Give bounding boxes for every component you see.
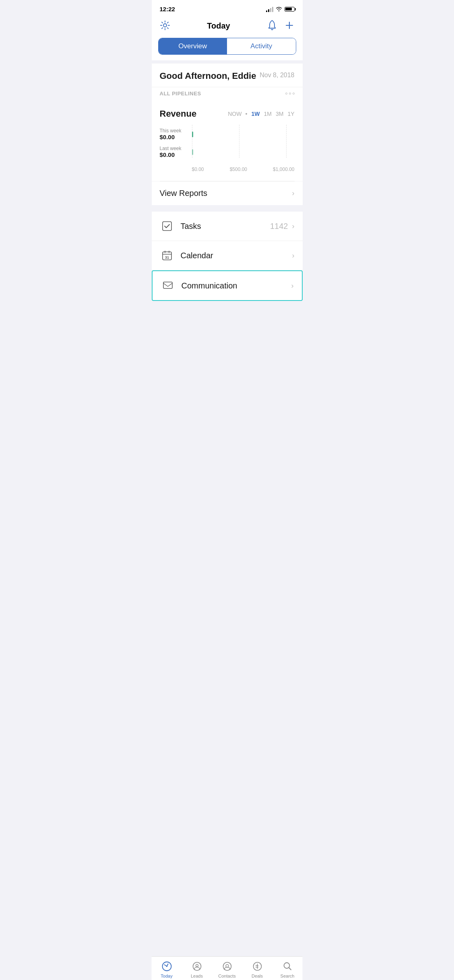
time-filters: NOW 1W 1M 3M 1Y	[228, 111, 294, 117]
greeting-text: Good Afternoon, Eddie	[160, 71, 256, 81]
header: Today	[152, 16, 303, 38]
status-icons	[266, 6, 295, 12]
pipelines-label: ALL PIPELINES	[160, 91, 201, 97]
communication-icon	[161, 278, 175, 293]
add-button[interactable]	[285, 21, 294, 31]
calendar-chevron-icon: ›	[292, 251, 295, 260]
tasks-icon	[160, 219, 174, 233]
last-week-row: Last week $0.00	[160, 146, 295, 158]
revenue-chart: This week $0.00 Last week $0.00 $0	[160, 125, 295, 181]
last-week-bar	[192, 149, 295, 155]
list-section: Tasks 1142 › 31 Calendar › Communication…	[152, 212, 303, 301]
x-label-1: $500.00	[230, 167, 247, 172]
revenue-section: Revenue NOW 1W 1M 3M 1Y This week $0.00	[152, 102, 303, 181]
filter-1w[interactable]: 1W	[251, 111, 260, 117]
pipelines-menu-icon[interactable]	[285, 93, 295, 95]
view-reports-chevron-icon: ›	[292, 189, 295, 198]
calendar-label: Calendar	[181, 251, 292, 260]
svg-rect-4	[163, 282, 172, 288]
view-toggle: Overview Activity	[152, 38, 303, 60]
header-action-icons	[267, 20, 294, 32]
pipelines-row[interactable]: ALL PIPELINES	[152, 87, 303, 102]
greeting-date: Nov 8, 2018	[260, 72, 294, 79]
last-week-label: Last week	[160, 146, 192, 151]
content-padding	[152, 301, 303, 341]
this-week-amount: $0.00	[160, 134, 192, 140]
tab-activity[interactable]: Activity	[227, 38, 296, 54]
tasks-item[interactable]: Tasks 1142 ›	[152, 212, 303, 241]
view-reports-label: View Reports	[160, 189, 208, 198]
greeting-section: Good Afternoon, Eddie Nov 8, 2018	[152, 64, 303, 87]
view-reports-row[interactable]: View Reports ›	[152, 181, 303, 205]
revenue-header: Revenue NOW 1W 1M 3M 1Y	[160, 109, 295, 119]
separator-2	[152, 205, 303, 208]
page-title: Today	[207, 21, 230, 31]
calendar-icon: 31	[160, 248, 174, 263]
notifications-button[interactable]	[267, 20, 277, 32]
svg-point-0	[163, 24, 167, 27]
last-week-amount: $0.00	[160, 151, 192, 158]
tasks-chevron-icon: ›	[292, 222, 295, 231]
separator-1	[152, 60, 303, 64]
this-week-label: This week	[160, 128, 192, 134]
filter-dot	[246, 113, 247, 115]
settings-button[interactable]	[160, 20, 170, 32]
x-axis-labels: $0.00 $500.00 $1,000.00	[160, 167, 295, 177]
status-time: 12:22	[160, 6, 175, 12]
filter-now[interactable]: NOW	[228, 111, 241, 117]
svg-text:31: 31	[165, 255, 169, 259]
filter-1y[interactable]: 1Y	[287, 111, 294, 117]
calendar-item[interactable]: 31 Calendar ›	[152, 241, 303, 270]
communication-chevron-icon: ›	[291, 282, 294, 290]
status-bar: 12:22	[152, 0, 303, 16]
this-week-row: This week $0.00	[160, 128, 295, 140]
svg-rect-1	[163, 222, 171, 231]
filter-1m[interactable]: 1M	[264, 111, 271, 117]
x-label-0: $0.00	[192, 167, 204, 172]
tasks-label: Tasks	[181, 222, 270, 231]
x-label-2: $1,000.00	[273, 167, 294, 172]
this-week-bar	[192, 132, 295, 137]
battery-icon	[285, 7, 295, 12]
tabs-container: Overview Activity	[158, 38, 296, 55]
filter-3m[interactable]: 3M	[276, 111, 283, 117]
wifi-icon	[276, 7, 282, 12]
communication-item[interactable]: Communication ›	[152, 270, 303, 301]
tasks-count: 1142	[270, 222, 288, 231]
signal-icon	[266, 6, 273, 12]
communication-label: Communication	[182, 281, 291, 290]
revenue-title: Revenue	[160, 109, 197, 119]
tab-overview[interactable]: Overview	[159, 38, 227, 54]
